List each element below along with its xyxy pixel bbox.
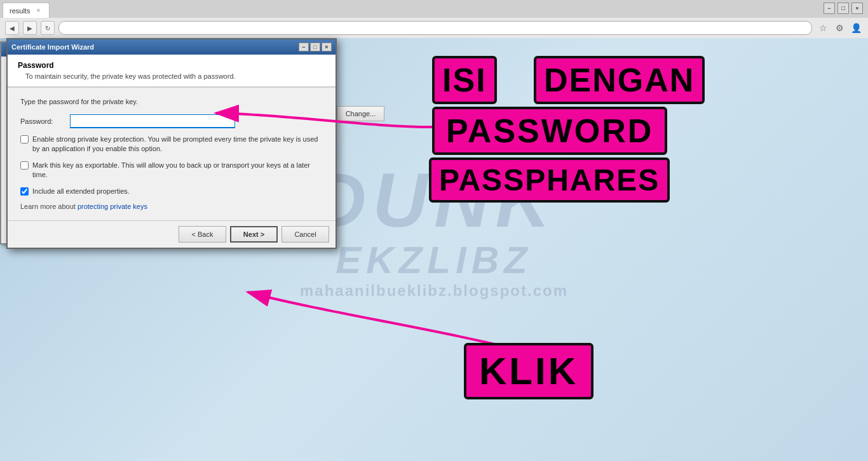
settings-icon[interactable]: ⚙ <box>832 21 846 35</box>
change-button[interactable]: Change... <box>337 106 384 121</box>
checkbox-extended[interactable] <box>20 187 29 196</box>
wizard-title-label: Certificate Import Wizard <box>11 43 94 51</box>
wizard-header-section: Password To maintain security, the priva… <box>8 55 336 87</box>
annotation-klik: KLIK <box>464 343 593 399</box>
back-nav-btn[interactable]: ◀ <box>5 21 19 35</box>
certificate-import-wizard: Certificate Import Wizard − □ × Password… <box>6 38 337 249</box>
address-box[interactable] <box>58 21 812 35</box>
wizard-section-desc: To maintain security, the private key wa… <box>25 72 325 80</box>
wizard-body: Password To maintain security, the priva… <box>8 55 336 248</box>
learn-more-section: Learn more about protecting private keys <box>20 203 323 210</box>
tab-close-icon[interactable]: × <box>34 6 43 15</box>
cancel-button[interactable]: Cancel <box>281 226 329 243</box>
checkbox-strong-protection-text: Enable strong private key protection. Yo… <box>32 135 323 154</box>
wizard-instruction: Type the password for the private key. <box>20 98 323 105</box>
checkbox-exportable[interactable] <box>20 161 29 170</box>
refresh-nav-btn[interactable]: ↻ <box>41 21 55 35</box>
window-controls: − □ × <box>824 3 863 14</box>
wizard-minimize-btn[interactable]: − <box>299 43 309 51</box>
change-button-label: Change... <box>346 110 376 117</box>
tab-results-label: results <box>10 7 30 15</box>
watermark-sub1: EKZLIBZ <box>336 238 532 282</box>
password-form-row: Password: <box>20 114 323 128</box>
wizard-section-title: Password <box>18 61 325 70</box>
tab-bar: results × <box>0 0 868 18</box>
checkbox-exportable-text: Mark this key as exportable. This will a… <box>32 161 323 180</box>
learn-more-text: Learn more about <box>20 203 78 210</box>
back-button[interactable]: < Back <box>179 226 226 243</box>
wizard-restore-btn[interactable]: □ <box>310 43 320 51</box>
checkbox-exportable-row: Mark this key as exportable. This will a… <box>20 161 323 180</box>
wizard-titlebar: Certificate Import Wizard − □ × <box>8 39 336 55</box>
window-close-btn[interactable]: × <box>851 3 863 14</box>
window-maximize-btn[interactable]: □ <box>837 3 849 14</box>
next-button[interactable]: Next > <box>230 226 278 243</box>
checkbox-strong-protection[interactable] <box>20 135 29 144</box>
annotation-dengan: DENGAN <box>534 56 705 104</box>
password-label: Password: <box>20 117 65 125</box>
learn-more-link[interactable]: protecting private keys <box>78 203 147 210</box>
wizard-close-btn[interactable]: × <box>322 43 332 51</box>
forward-nav-btn[interactable]: ▶ <box>23 21 37 35</box>
wizard-content: Type the password for the private key. P… <box>8 88 336 220</box>
profile-icon[interactable]: 👤 <box>849 21 863 35</box>
checkbox-strong-protection-row: Enable strong private key protection. Yo… <box>20 135 323 154</box>
window-minimize-btn[interactable]: − <box>824 3 835 14</box>
wizard-footer: < Back Next > Cancel <box>8 220 336 248</box>
password-input[interactable] <box>70 114 235 128</box>
address-bar-row: ◀ ▶ ↻ ☆ ⚙ 👤 <box>0 18 868 38</box>
annotation-password: PASSWORD <box>432 107 667 155</box>
checkbox-extended-row: Include all extended properties. <box>20 187 323 196</box>
annotation-isi: ISI <box>432 56 497 104</box>
toolbar-icons: ☆ ⚙ 👤 <box>816 21 863 35</box>
tab-results[interactable]: results × <box>3 3 50 18</box>
wizard-title-controls: − □ × <box>299 43 332 51</box>
watermark-url: mahaanilbueklibz.blogspot.com <box>300 282 568 300</box>
checkbox-extended-text: Include all extended properties. <box>32 187 130 196</box>
annotation-passphares: PASSPHARES <box>429 157 670 203</box>
star-icon[interactable]: ☆ <box>816 21 830 35</box>
browser-chrome: results × ◀ ▶ ↻ ☆ ⚙ 👤 − □ × <box>0 0 868 38</box>
